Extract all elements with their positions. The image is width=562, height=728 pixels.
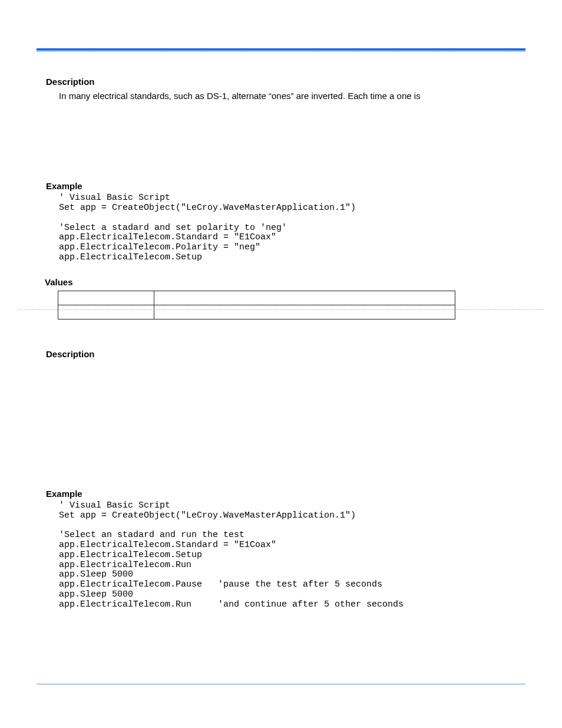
dashed-separator xyxy=(18,309,543,310)
heading-example-2: Example xyxy=(46,489,525,499)
page-content: Description In many electrical standards… xyxy=(37,48,525,610)
description-1-text: In many electrical standards, such as DS… xyxy=(59,90,525,102)
values-table xyxy=(58,291,455,319)
heading-description-2: Description xyxy=(46,349,525,359)
table-cell xyxy=(154,291,455,305)
code-block-1: ' Visual Basic Script Set app = CreateOb… xyxy=(59,193,525,263)
footer-rule xyxy=(37,684,525,684)
heading-values: Values xyxy=(45,277,525,287)
table-row xyxy=(58,305,455,319)
code-block-2: ' Visual Basic Script Set app = CreateOb… xyxy=(59,501,525,610)
table-cell xyxy=(154,305,455,319)
heading-example-1: Example xyxy=(46,181,525,191)
table-cell xyxy=(58,305,154,319)
heading-description-1: Description xyxy=(46,77,525,87)
table-cell xyxy=(58,291,154,305)
header-rule-thin xyxy=(37,51,525,52)
header-rule-thick xyxy=(37,48,525,51)
table-row xyxy=(58,291,455,305)
